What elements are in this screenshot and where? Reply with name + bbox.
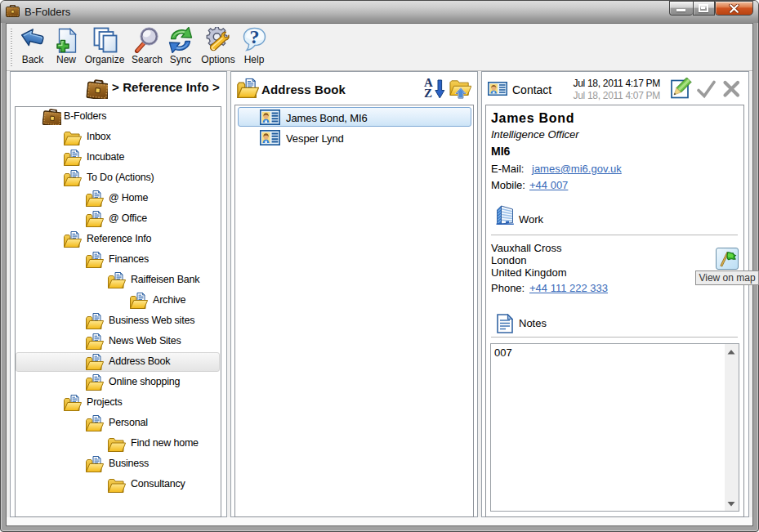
- svg-text:Z: Z: [424, 87, 432, 100]
- svg-text:?: ?: [250, 27, 260, 47]
